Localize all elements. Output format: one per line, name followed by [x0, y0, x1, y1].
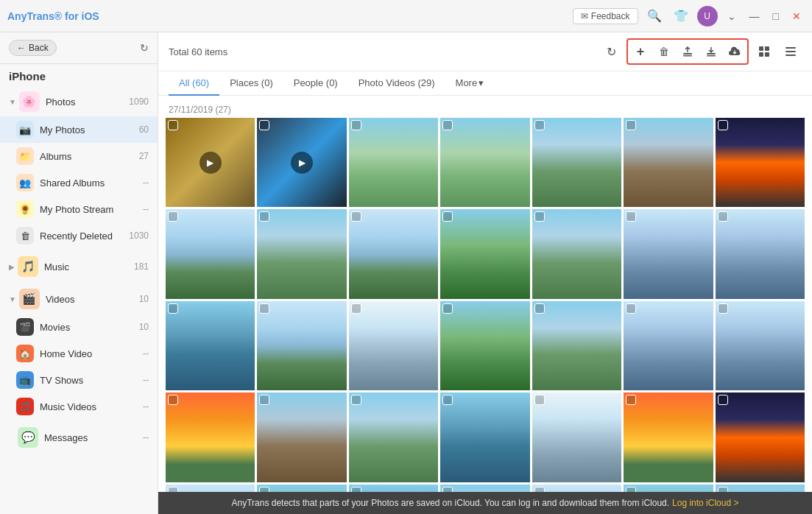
- sidebar-item-movies[interactable]: 🎬 Movies 10: [0, 314, 158, 340]
- photo-checkbox-20[interactable]: [626, 303, 636, 314]
- photo-cell-5[interactable]: [532, 118, 621, 207]
- photo-checkbox-30[interactable]: [259, 487, 269, 492]
- photo-checkbox-22[interactable]: [168, 395, 178, 405]
- photo-checkbox-18[interactable]: [442, 303, 453, 314]
- photo-checkbox-1[interactable]: [168, 120, 178, 130]
- photo-cell-8[interactable]: [166, 209, 255, 298]
- refresh-content-button[interactable]: ↻: [600, 41, 622, 62]
- photo-checkbox-5[interactable]: [534, 120, 545, 130]
- photo-grid-container[interactable]: 27/11/2019 (27) ▶ ▶: [158, 96, 812, 492]
- photo-checkbox-34[interactable]: [626, 487, 636, 492]
- photo-cell-6[interactable]: [624, 118, 713, 207]
- photo-cell-32[interactable]: [440, 485, 529, 492]
- photo-checkbox-32[interactable]: [442, 487, 453, 492]
- photo-cell-33[interactable]: [532, 485, 621, 492]
- close-button[interactable]: ✕: [788, 10, 805, 22]
- chevron-down-button[interactable]: ⌄: [724, 10, 740, 22]
- cloud-button[interactable]: [724, 41, 746, 62]
- photo-cell-16[interactable]: [257, 301, 346, 390]
- photo-checkbox-19[interactable]: [534, 303, 545, 314]
- user-avatar[interactable]: U: [697, 6, 718, 27]
- photo-cell-9[interactable]: [257, 209, 346, 298]
- photo-checkbox-10[interactable]: [351, 211, 361, 222]
- feedback-button[interactable]: ✉ Feedback: [573, 8, 638, 24]
- photo-cell-17[interactable]: [349, 301, 438, 390]
- photo-cell-12[interactable]: [532, 209, 621, 298]
- photo-checkbox-27[interactable]: [626, 395, 636, 405]
- photo-cell-18[interactable]: [440, 301, 529, 390]
- photo-cell-20[interactable]: [624, 301, 713, 390]
- photo-cell-4[interactable]: [440, 118, 529, 207]
- sidebar-item-music[interactable]: ▶ 🎵 Music 181: [0, 252, 158, 281]
- photo-cell-35[interactable]: [716, 485, 805, 492]
- photo-cell-15[interactable]: [166, 301, 255, 390]
- photo-checkbox-4[interactable]: [442, 120, 453, 130]
- search-button[interactable]: 🔍: [644, 6, 665, 27]
- photo-checkbox-24[interactable]: [351, 395, 361, 405]
- grid-view-button[interactable]: [753, 41, 775, 62]
- sidebar-item-music-videos[interactable]: 🎵 Music Videos --: [0, 393, 158, 420]
- tab-more[interactable]: More ▾: [445, 71, 495, 96]
- photo-cell-22[interactable]: [166, 392, 255, 482]
- photo-checkbox-21[interactable]: [718, 303, 728, 314]
- sidebar-item-shared-albums[interactable]: 👥 Shared Albums --: [0, 169, 158, 196]
- photo-cell-27[interactable]: [624, 392, 713, 482]
- photo-cell-13[interactable]: [624, 209, 713, 298]
- photo-checkbox-28[interactable]: [718, 395, 728, 405]
- sidebar-item-messages[interactable]: ▶ 💬 Messages --: [0, 423, 158, 452]
- photo-checkbox-17[interactable]: [351, 303, 361, 314]
- photo-checkbox-12[interactable]: [534, 211, 545, 222]
- sidebar-item-tv-shows[interactable]: 📺 TV Shows --: [0, 367, 158, 393]
- sidebar-item-recently-deleted[interactable]: 🗑 Recently Deleted 1030: [0, 222, 158, 249]
- photo-checkbox-3[interactable]: [351, 120, 361, 130]
- photo-cell-23[interactable]: [257, 392, 346, 482]
- photo-checkbox-16[interactable]: [259, 303, 269, 314]
- tab-places[interactable]: Places (0): [219, 71, 283, 96]
- tab-all[interactable]: All (60): [169, 71, 219, 96]
- photo-cell-29[interactable]: [166, 485, 255, 492]
- shirt-button[interactable]: 👕: [671, 6, 691, 27]
- sidebar-item-photos[interactable]: ▼ 🌸 Photos 1090: [0, 87, 158, 116]
- tab-people[interactable]: People (0): [283, 71, 348, 96]
- photo-checkbox-23[interactable]: [259, 395, 269, 405]
- photo-checkbox-31[interactable]: [351, 487, 361, 492]
- sidebar-item-my-photos[interactable]: 📷 My Photos 60: [0, 116, 158, 143]
- photo-cell-28[interactable]: [716, 392, 805, 482]
- photo-cell-26[interactable]: [532, 392, 621, 482]
- photo-checkbox-9[interactable]: [259, 211, 269, 222]
- photo-checkbox-7[interactable]: [718, 120, 728, 130]
- photo-cell-30[interactable]: [257, 485, 346, 492]
- photo-cell-19[interactable]: [532, 301, 621, 390]
- list-view-button[interactable]: [780, 41, 802, 62]
- photo-cell-14[interactable]: [716, 209, 805, 298]
- photo-cell-11[interactable]: [440, 209, 529, 298]
- sidebar-item-home-video[interactable]: 🏠 Home Video --: [0, 340, 158, 367]
- delete-button[interactable]: 🗑: [653, 41, 675, 62]
- photo-checkbox-14[interactable]: [718, 211, 728, 222]
- sidebar-item-photo-stream[interactable]: 🌻 My Photo Stream --: [0, 196, 158, 222]
- photo-checkbox-8[interactable]: [168, 211, 178, 222]
- add-button[interactable]: +: [629, 41, 652, 62]
- sidebar-item-albums[interactable]: 📁 Albums 27: [0, 143, 158, 169]
- icloud-login-link[interactable]: Log into iCloud >: [672, 498, 738, 508]
- photo-checkbox-6[interactable]: [626, 120, 636, 130]
- photo-cell-34[interactable]: [624, 485, 713, 492]
- sidebar-item-videos[interactable]: ▼ 🎬 Videos 10: [0, 284, 158, 314]
- photo-cell-10[interactable]: [349, 209, 438, 298]
- photo-cell-7[interactable]: [716, 118, 805, 207]
- photo-checkbox-2[interactable]: [259, 120, 269, 130]
- photo-cell-31[interactable]: [349, 485, 438, 492]
- refresh-button[interactable]: ↻: [140, 42, 149, 54]
- export-button[interactable]: [677, 41, 699, 62]
- photo-checkbox-26[interactable]: [534, 395, 545, 405]
- photo-checkbox-33[interactable]: [534, 487, 545, 492]
- minimize-button[interactable]: —: [746, 10, 763, 22]
- photo-cell-3[interactable]: [349, 118, 438, 207]
- photo-checkbox-25[interactable]: [442, 395, 453, 405]
- tab-photo-videos[interactable]: Photo Videos (29): [348, 71, 445, 96]
- photo-checkbox-29[interactable]: [168, 487, 178, 492]
- maximize-button[interactable]: □: [769, 10, 783, 22]
- photo-checkbox-13[interactable]: [626, 211, 636, 222]
- photo-cell-2[interactable]: ▶: [257, 118, 346, 207]
- photo-cell-25[interactable]: [440, 392, 529, 482]
